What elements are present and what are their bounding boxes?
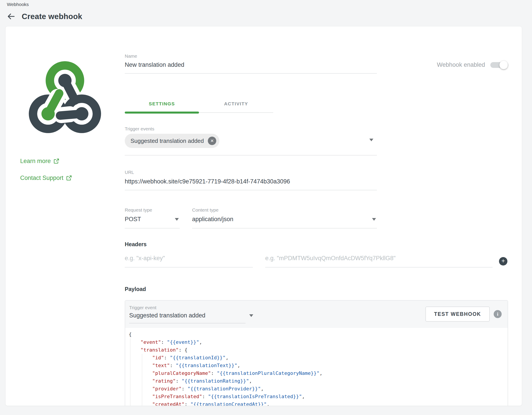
content-type-value: application/json	[192, 216, 233, 222]
request-type-label: Request type	[125, 208, 180, 213]
name-label: Name	[125, 53, 377, 59]
tab-activity[interactable]: ACTIVITY	[199, 95, 273, 112]
payload-header: Trigger event Suggested translation adde…	[125, 301, 508, 328]
toggle-knob[interactable]	[499, 61, 508, 69]
info-icon[interactable]: i	[494, 310, 502, 318]
payload-code-lines: { "event": "{{event}}", "translation": {…	[129, 330, 508, 406]
content-type-field: Content type application/json	[192, 208, 377, 228]
test-webhook-button[interactable]: TEST WEBHOOK	[425, 306, 490, 322]
chevron-down-icon[interactable]	[369, 139, 373, 141]
indent-guide	[130, 338, 131, 406]
titlebar: Create webhook	[6, 11, 82, 21]
headers-heading: Headers	[125, 241, 147, 247]
request-type-select[interactable]: POST	[125, 216, 180, 228]
header-key-field	[125, 255, 253, 267]
url-input[interactable]	[125, 178, 377, 185]
payload-trigger-event-select[interactable]: Suggested translation added	[129, 312, 205, 319]
active-tab-indicator	[125, 112, 199, 114]
trigger-event-chip: Suggested translation added ✕	[125, 134, 219, 148]
contact-support-link[interactable]: Contact Support	[20, 175, 72, 181]
back-arrow-icon	[7, 12, 16, 21]
create-webhook-page: Webhooks Create webhook	[0, 0, 532, 415]
learn-more-link[interactable]: Learn more	[20, 158, 59, 165]
webhook-card: Learn more Contact Support Name Webhook …	[5, 26, 522, 406]
request-type-value: POST	[125, 216, 141, 222]
chip-remove-icon[interactable]: ✕	[208, 137, 216, 145]
webhook-enabled-label: Webhook enabled	[437, 61, 485, 68]
indent-guide	[142, 354, 142, 406]
trigger-events-label: Trigger events	[125, 126, 154, 131]
back-button[interactable]	[6, 11, 16, 21]
url-field: URL	[125, 170, 377, 190]
trigger-events-select[interactable]: Suggested translation added ✕	[125, 133, 377, 156]
chevron-down-icon[interactable]	[249, 314, 253, 317]
payload-trigger-event-label: Trigger event	[129, 305, 156, 310]
select-underline	[129, 323, 246, 323]
chip-label: Suggested translation added	[131, 138, 204, 144]
page-title: Create webhook	[22, 12, 82, 21]
payload-heading: Payload	[125, 286, 146, 292]
learn-more-label: Learn more	[20, 158, 51, 165]
payload-trigger-event-value: Suggested translation added	[129, 312, 205, 319]
url-label: URL	[125, 170, 377, 175]
content-type-label: Content type	[192, 208, 377, 213]
name-input[interactable]	[125, 61, 377, 68]
request-type-field: Request type POST	[125, 208, 180, 228]
tab-settings[interactable]: SETTINGS	[125, 95, 199, 112]
external-link-icon	[66, 175, 72, 181]
add-header-button[interactable]: +	[499, 257, 507, 266]
tabs: SETTINGS ACTIVITY	[125, 95, 273, 113]
payload-code[interactable]: { "event": "{{event}}", "translation": {…	[125, 328, 508, 406]
header-value-input[interactable]	[265, 255, 493, 262]
payload-box: Trigger event Suggested translation adde…	[125, 300, 508, 406]
name-field: Name	[125, 53, 377, 74]
webhook-logo	[20, 58, 109, 142]
header-value-field	[265, 255, 493, 267]
chevron-down-icon	[175, 218, 179, 221]
contact-support-label: Contact Support	[20, 175, 63, 181]
content-type-select[interactable]: application/json	[192, 216, 377, 228]
header-key-input[interactable]	[125, 255, 253, 262]
chevron-down-icon	[372, 218, 376, 221]
breadcrumb: Webhooks	[7, 2, 29, 7]
external-link-icon	[53, 158, 59, 164]
